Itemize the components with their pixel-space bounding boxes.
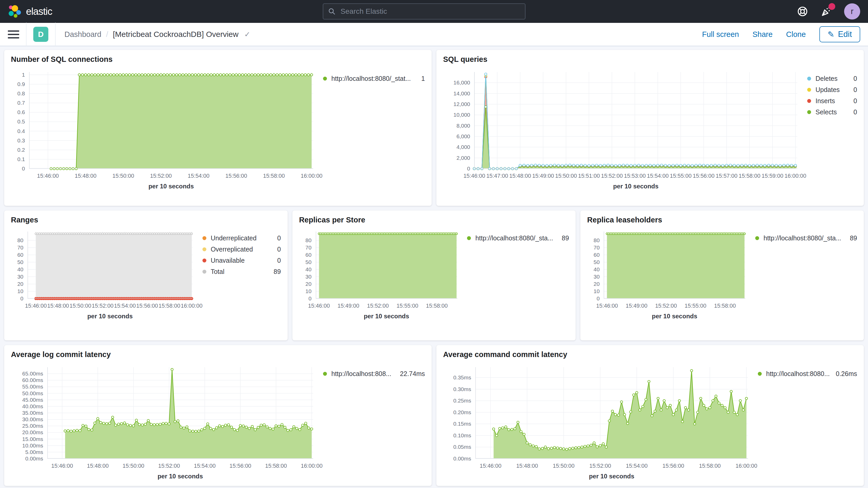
panel-title[interactable]: Ranges — [11, 216, 281, 224]
x-axis: 15:46:0015:48:0015:50:0015:52:0015:54:00… — [28, 303, 193, 310]
share-button[interactable]: Share — [752, 30, 772, 39]
ranges-chart[interactable] — [28, 232, 193, 299]
legend-value: 0 — [854, 109, 857, 116]
legend-value: 89 — [562, 234, 569, 242]
panel-ranges: Ranges 80706050403020100Underreplicated0… — [4, 211, 288, 340]
help-icon[interactable] — [796, 5, 809, 18]
x-axis-label: 16:00:00 — [181, 303, 203, 309]
notification-dot — [829, 3, 835, 10]
legend-item[interactable]: http://localhost:8080/_stat...1 — [323, 73, 425, 84]
y-axis-label: 16,000 — [454, 80, 470, 86]
panel-replicas-per-store: Replicas per Store 80706050403020100http… — [292, 211, 576, 340]
search-input[interactable] — [340, 7, 520, 16]
legend-label: Overreplicated — [211, 246, 273, 253]
legend-item[interactable]: Deletes0 — [807, 73, 857, 84]
legend-item[interactable]: Selects0 — [807, 106, 857, 118]
x-axis: 15:46:0015:47:0015:48:0015:49:0015:50:00… — [474, 173, 797, 181]
legend-color-dot — [323, 77, 327, 81]
legend-item[interactable]: http://localhost:8080/_sta...89 — [467, 233, 569, 244]
y-axis-label: 50 — [305, 259, 311, 265]
global-search-bar[interactable] — [323, 3, 525, 20]
title-check-icon[interactable]: ✓ — [244, 30, 250, 39]
menu-icon[interactable] — [8, 29, 19, 40]
panel-title[interactable]: SQL queries — [443, 55, 857, 64]
legend-color-dot — [203, 247, 206, 251]
legend-value: 22.74ms — [400, 370, 425, 377]
x-axis-label: 15:52:00 — [150, 173, 172, 179]
search-icon — [328, 7, 336, 15]
y-axis-label: 10 — [305, 288, 311, 295]
y-axis-label: 60.00ms — [22, 377, 43, 383]
y-axis-label: 4,000 — [456, 144, 470, 150]
y-axis-label: 30.00ms — [22, 416, 43, 423]
replicas-per-store-chart[interactable] — [316, 232, 457, 299]
avatar[interactable]: r — [844, 3, 860, 20]
x-axis-label: 15:52:00 — [92, 303, 114, 309]
avg-log-commit-latency-chart[interactable] — [47, 367, 313, 459]
x-axis-label: 15:57:00 — [716, 173, 738, 179]
toolbar-divider — [26, 23, 27, 46]
y-axis-label: 80 — [18, 237, 23, 243]
legend-item[interactable]: Updates0 — [807, 84, 857, 95]
clone-button[interactable]: Clone — [786, 30, 806, 39]
legend-item[interactable]: Underreplicated0 — [203, 233, 281, 244]
legend-label: Underreplicated — [211, 234, 273, 242]
legend-label: Unavailable — [211, 257, 273, 264]
y-axis-label: 35.00ms — [22, 410, 43, 416]
plot-area — [28, 232, 193, 299]
legend-item[interactable]: http://localhost:8080/_sta...89 — [755, 233, 857, 244]
x-axis-label: 15:49:00 — [532, 173, 554, 179]
legend-label: http://localhost:8080... — [766, 370, 832, 377]
sql-connections-chart[interactable] — [29, 72, 313, 169]
replica-leaseholders-chart[interactable] — [604, 232, 745, 299]
legend-item[interactable]: Total89 — [203, 266, 281, 277]
newsfeed-icon[interactable] — [820, 5, 833, 18]
y-axis-label: 0 — [20, 296, 23, 302]
x-axis-label: 15:56:00 — [693, 173, 715, 179]
legend-label: http://localhost:808... — [331, 370, 396, 377]
y-axis-label: 40 — [18, 266, 23, 273]
page-title[interactable]: [Metricbeat CockroachDB] Overview — [113, 30, 239, 39]
legend-value: 0 — [277, 257, 281, 264]
y-axis-label: 0.8 — [18, 90, 25, 97]
plot-area — [474, 72, 797, 169]
full-screen-button[interactable]: Full screen — [702, 30, 739, 39]
y-axis-label: 0.10ms — [453, 432, 471, 439]
y-axis-label: 0.35ms — [453, 374, 471, 381]
y-axis-label: 70 — [594, 245, 599, 251]
edit-button[interactable]: ✎ Edit — [819, 26, 860, 42]
legend-item[interactable]: Unavailable0 — [203, 255, 281, 266]
avg-command-commit-latency-chart[interactable] — [475, 367, 748, 459]
x-axis-label: 15:52:00 — [655, 303, 677, 309]
legend-color-dot — [755, 236, 759, 240]
x-axis-label: 15:58:00 — [263, 173, 285, 179]
panel-title[interactable]: Average log commit latency — [11, 350, 425, 359]
panel-title[interactable]: Replicas per Store — [299, 216, 569, 224]
panel-title[interactable]: Number of SQL connections — [11, 55, 425, 64]
x-axis-label: 15:58:00 — [739, 173, 761, 179]
legend-item[interactable]: Inserts0 — [807, 95, 857, 106]
dashboard-badge[interactable]: D — [33, 27, 48, 42]
x-axis-unit-label: per 10 seconds — [28, 313, 193, 320]
x-axis-label: 15:46:00 — [37, 173, 59, 179]
legend-item[interactable]: http://localhost:8080...0.26ms — [758, 368, 857, 379]
y-axis-label: 40 — [305, 266, 311, 273]
panel-title[interactable]: Replica leaseholders — [587, 216, 857, 224]
x-axis-label: 15:46:00 — [51, 463, 73, 469]
elastic-logo[interactable]: elastic — [8, 5, 52, 18]
x-axis-label: 15:49:00 — [338, 303, 360, 309]
legend-value: 1 — [421, 75, 425, 82]
panel-title[interactable]: Average command commit latency — [443, 350, 857, 359]
y-axis-label: 50 — [18, 259, 23, 265]
legend-label: Selects — [815, 109, 849, 116]
sql-queries-chart[interactable] — [474, 72, 797, 169]
y-axis-label: 45.00ms — [22, 397, 43, 403]
x-axis-label: 15:48:00 — [509, 173, 531, 179]
y-axis-label: 80 — [594, 237, 599, 243]
dashboard-toolbar: D Dashboard / [Metricbeat CockroachDB] O… — [0, 23, 868, 46]
plot-area — [475, 367, 748, 459]
breadcrumb-dashboard-link[interactable]: Dashboard — [64, 30, 101, 39]
legend-color-dot — [807, 99, 811, 103]
legend-item[interactable]: http://localhost:808...22.74ms — [323, 368, 425, 379]
legend-item[interactable]: Overreplicated0 — [203, 244, 281, 255]
